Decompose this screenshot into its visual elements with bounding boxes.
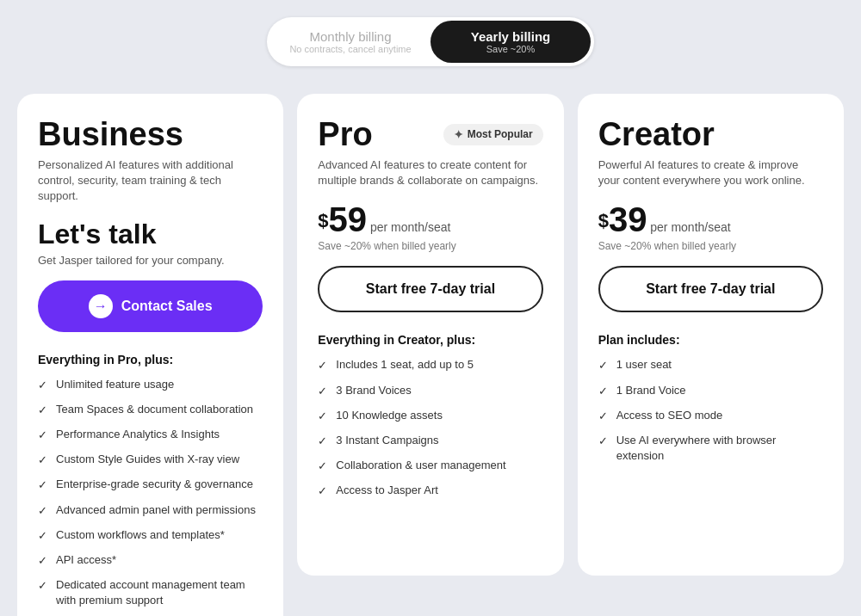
feature-item: ✓ Collaboration & user management — [318, 458, 542, 474]
plan-card-pro: Pro ✦ Most Popular Advanced AI features … — [297, 94, 563, 576]
price-row: $39 per month/seat — [598, 202, 823, 237]
plan-desc: Personalized AI features with additional… — [38, 157, 263, 205]
feature-item: ✓ Custom Style Guides with X-ray view — [38, 452, 263, 468]
check-icon: ✓ — [38, 578, 47, 594]
feature-text: API access* — [56, 552, 116, 568]
feature-text: Includes 1 seat, add up to 5 — [336, 357, 474, 373]
feature-text: Access to SEO mode — [616, 408, 723, 423]
feature-item: ✓ 1 Brand Voice — [598, 383, 823, 399]
feature-list: ✓ 1 user seat ✓ 1 Brand Voice ✓ Access t… — [598, 357, 823, 464]
plan-card-business: Business Personalized AI features with a… — [17, 94, 283, 616]
most-popular-label: Most Popular — [468, 128, 533, 140]
monthly-billing-option[interactable]: Monthly billing No contracts, cancel any… — [270, 21, 430, 63]
yearly-sub: Save ~20% — [446, 44, 575, 54]
cta-label: Start free 7-day trial — [646, 281, 775, 297]
yearly-billing-option[interactable]: Yearly billing Save ~20% — [430, 21, 591, 63]
feature-list: ✓ Unlimited feature usage ✓ Team Spaces … — [38, 377, 263, 609]
check-icon: ✓ — [598, 384, 608, 399]
check-icon: ✓ — [598, 434, 608, 449]
check-icon: ✓ — [38, 528, 47, 544]
feature-text: Performance Analytics & Insights — [56, 427, 220, 442]
feature-text: 3 Instant Campaigns — [336, 433, 438, 448]
feature-item: ✓ API access* — [38, 552, 263, 569]
check-icon: ✓ — [318, 434, 327, 449]
feature-text: Unlimited feature usage — [56, 377, 174, 392]
price-number: 39 — [609, 200, 647, 238]
check-icon: ✓ — [38, 477, 47, 493]
feature-item: ✓ Access to Jasper Art — [318, 483, 542, 499]
currency-symbol: $ — [598, 210, 609, 231]
feature-item: ✓ Dedicated account management team with… — [38, 577, 263, 608]
plans-container: Business Personalized AI features with a… — [17, 94, 844, 616]
feature-item: ✓ Access to SEO mode — [598, 408, 823, 424]
feature-item: ✓ Unlimited feature usage — [38, 377, 263, 393]
cta-button-business[interactable]: → Contact Sales — [38, 280, 263, 332]
price-row: $59 per month/seat — [318, 202, 542, 237]
plan-card-creator: Creator Powerful AI features to create &… — [578, 94, 844, 576]
feature-text: Use AI everywhere with browser extension — [616, 433, 823, 464]
check-icon: ✓ — [38, 378, 47, 393]
feature-item: ✓ Enterprise-grade security & governance — [38, 477, 263, 493]
billing-toggle[interactable]: Monthly billing No contracts, cancel any… — [267, 17, 594, 66]
arrow-icon: → — [89, 294, 113, 318]
plan-name-row: Pro ✦ Most Popular — [318, 118, 542, 151]
check-icon: ✓ — [318, 484, 327, 499]
feature-text: Access to Jasper Art — [336, 483, 438, 498]
feature-text: Custom Style Guides with X-ray view — [56, 452, 239, 467]
lets-talk-heading: Let's talk — [38, 219, 263, 250]
price-period: per month/seat — [367, 220, 450, 234]
feature-item: ✓ Use AI everywhere with browser extensi… — [598, 433, 823, 464]
check-icon: ✓ — [38, 453, 47, 468]
feature-item: ✓ Includes 1 seat, add up to 5 — [318, 357, 542, 373]
plan-name: Business — [38, 118, 183, 151]
feature-item: ✓ 3 Brand Voices — [318, 383, 542, 399]
feature-text: Enterprise-grade security & governance — [56, 477, 253, 492]
feature-item: ✓ 10 Knowledge assets — [318, 408, 542, 424]
check-icon: ✓ — [318, 384, 327, 399]
monthly-label: Monthly billing — [286, 29, 415, 44]
feature-item: ✓ Advanced admin panel with permissions — [38, 502, 263, 519]
cta-label: Contact Sales — [121, 299, 213, 314]
check-icon: ✓ — [38, 428, 47, 443]
feature-text: 1 user seat — [616, 357, 672, 373]
plan-name-row: Creator — [598, 118, 823, 151]
check-icon: ✓ — [38, 553, 47, 569]
plan-name: Creator — [598, 118, 715, 151]
yearly-label: Yearly billing — [446, 29, 575, 44]
price-number: 59 — [329, 200, 368, 238]
features-title: Everything in Creator, plus: — [318, 333, 542, 347]
lets-talk-sub: Get Jasper tailored for your company. — [38, 254, 263, 267]
features-title: Everything in Pro, plus: — [38, 353, 263, 367]
check-icon: ✓ — [598, 409, 608, 424]
feature-text: Custom workflows and templates* — [56, 527, 225, 543]
plan-name-row: Business — [38, 118, 263, 151]
feature-list: ✓ Includes 1 seat, add up to 5 ✓ 3 Brand… — [318, 357, 542, 499]
feature-text: 10 Knowledge assets — [336, 408, 443, 423]
check-icon: ✓ — [318, 459, 327, 474]
check-icon: ✓ — [38, 503, 47, 519]
feature-text: 1 Brand Voice — [616, 383, 686, 398]
star-icon: ✦ — [454, 128, 463, 141]
price-save: Save ~20% when billed yearly — [318, 240, 542, 252]
cta-button-pro[interactable]: Start free 7-day trial — [318, 266, 542, 312]
cta-button-creator[interactable]: Start free 7-day trial — [598, 266, 823, 312]
feature-text: Collaboration & user management — [336, 458, 505, 473]
check-icon: ✓ — [318, 409, 327, 424]
feature-item: ✓ Team Spaces & document collaboration — [38, 402, 263, 418]
feature-item: ✓ Performance Analytics & Insights — [38, 427, 263, 443]
price-amount: $59 per month/seat — [318, 221, 450, 234]
feature-text: Team Spaces & document collaboration — [56, 402, 253, 417]
plan-desc: Powerful AI features to create & improve… — [598, 157, 823, 188]
check-icon: ✓ — [318, 358, 327, 373]
feature-text: Advanced admin panel with permissions — [56, 502, 256, 518]
check-icon: ✓ — [598, 358, 608, 373]
feature-item: ✓ 1 user seat — [598, 357, 823, 373]
price-period: per month/seat — [647, 220, 730, 234]
feature-text: Dedicated account management team with p… — [56, 577, 263, 608]
feature-item: ✓ Custom workflows and templates* — [38, 527, 263, 544]
plan-desc: Advanced AI features to create content f… — [318, 157, 542, 188]
feature-item: ✓ 3 Instant Campaigns — [318, 433, 542, 449]
plan-name: Pro — [318, 118, 372, 151]
most-popular-badge: ✦ Most Popular — [443, 124, 543, 145]
check-icon: ✓ — [38, 403, 47, 418]
